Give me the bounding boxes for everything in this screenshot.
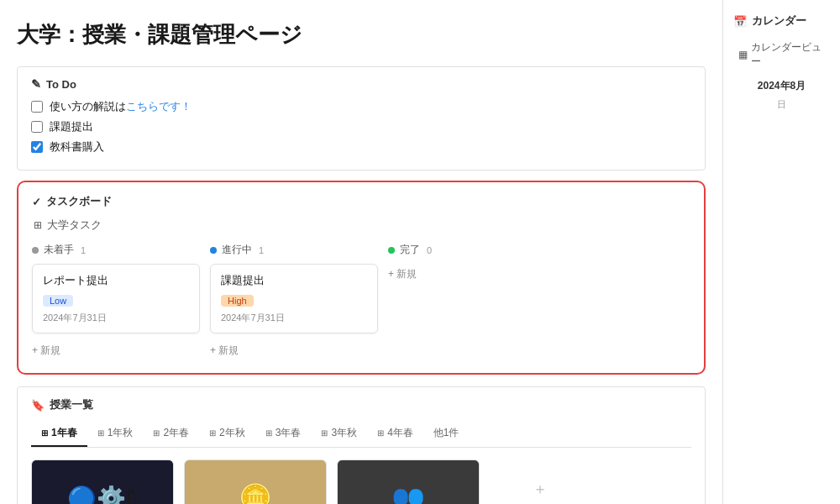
lesson-card-web3[interactable]: 🔵⚙️₿ ⚙️ Web3.0の歴史 [31, 459, 174, 504]
todo-header: ✎ To Do [31, 77, 691, 91]
todo-checkbox-3[interactable] [31, 141, 43, 153]
todo-section: ✎ To Do 使い方の解説はこちらです！ 課題提出 教科書購入 [17, 66, 706, 171]
col-label-done: 完了 [400, 243, 420, 257]
sidebar-calendar-header: 📅 カレンダー [733, 13, 830, 29]
tab-label-3: 2年春 [163, 426, 189, 440]
kanban-card-kadai[interactable]: 課題提出 High 2024年7月31日 [210, 264, 378, 333]
tab-label-2: 1年秋 [108, 426, 134, 440]
tab-4nen-spring[interactable]: ⊞ 4年春 [367, 421, 423, 447]
tab-label-5: 3年春 [276, 426, 302, 440]
col-count-done: 0 [427, 245, 432, 255]
col-count-notstarted: 1 [81, 245, 86, 255]
add-new-inprogress[interactable]: + 新規 [210, 340, 378, 361]
tab-other[interactable]: 他1件 [423, 421, 470, 447]
taskboard-label: タスクボード [46, 194, 112, 209]
todo-item-2: 課題提出 [31, 119, 691, 134]
col-header-inprogress: 進行中 1 [210, 243, 378, 257]
kanban-card-report[interactable]: レポート提出 Low 2024年7月31日 [32, 264, 200, 333]
sidebar-month: 2024年8月 [733, 79, 830, 93]
todo-text-3: 教科書購入 [50, 139, 104, 155]
card-date-report: 2024年7月31日 [43, 312, 189, 324]
sidebar-calendar-label: カレンダー [752, 13, 806, 29]
tab-grid-icon-5: ⊞ [265, 428, 272, 438]
taskboard-title: ⊞ 大学タスク [32, 218, 690, 233]
lesson-tabs: ⊞ 1年春 ⊞ 1年秋 ⊞ 2年春 ⊞ 2年秋 ⊞ 3年春 ⊞ 3年秋 [31, 421, 691, 448]
lesson-cards: 🔵⚙️₿ ⚙️ Web3.0の歴史 🪙 📊 経済の構造 [31, 459, 691, 504]
calendar-icon: 📅 [733, 15, 747, 28]
kanban-col-done: 完了 0 + 新規 [388, 243, 556, 285]
tab-label-7: 4年春 [387, 426, 413, 440]
kanban-columns: 未着手 1 レポート提出 Low 2024年7月31日 + 新規 進行中 1 [32, 243, 690, 361]
card-title-report: レポート提出 [43, 273, 189, 288]
bookmark-icon: 🔖 [31, 399, 45, 412]
lesson-label: 授業一覧 [50, 397, 93, 412]
board-name: 大学タスク [47, 218, 102, 233]
taskboard-header: ✓ タスクボード [32, 194, 690, 209]
sidebar-calendar-view-label: カレンダービュー [751, 40, 825, 69]
lesson-card-img-welfare: 👥 [338, 460, 479, 504]
lesson-card-welfare[interactable]: 👥 🏛️ 社会福祉政策 [337, 459, 480, 504]
card-badge-high: High [221, 295, 254, 307]
todo-item-1: 使い方の解説はこちらです！ [31, 99, 691, 114]
lesson-card-img-web3: 🔵⚙️₿ [32, 460, 173, 504]
sidebar: 📅 カレンダー ▦ カレンダービュー 2024年8月 日 [722, 0, 840, 504]
card-badge-low: Low [43, 295, 73, 307]
sidebar-calendar-view[interactable]: ▦ カレンダービュー [733, 37, 830, 72]
todo-checkbox-1[interactable] [31, 101, 43, 113]
col-header-done: 完了 0 [388, 243, 556, 257]
todo-item-3: 教科書購入 [31, 139, 691, 155]
tab-2nen-spring[interactable]: ⊞ 2年春 [143, 421, 199, 447]
kanban-col-inprogress: 進行中 1 課題提出 High 2024年7月31日 + 新規 [210, 243, 378, 361]
todo-text-1: 使い方の解説はこちらです！ [50, 99, 192, 114]
todo-label: To Do [46, 78, 76, 91]
todo-icon: ✎ [31, 77, 41, 91]
add-new-lesson[interactable]: ＋ + 新規 [490, 459, 591, 504]
tab-label-1: 1年春 [51, 426, 77, 440]
status-dot-green [388, 247, 395, 254]
tab-grid-icon-3: ⊞ [153, 428, 160, 438]
tab-1nen-spring[interactable]: ⊞ 1年春 [31, 421, 87, 447]
col-label-inprogress: 進行中 [222, 243, 252, 257]
tab-label-8: 他1件 [433, 426, 459, 440]
card-title-kadai: 課題提出 [221, 273, 367, 288]
lesson-card-img-economics: 🪙 [185, 460, 326, 504]
taskboard-section: ✓ タスクボード ⊞ 大学タスク 未着手 1 レポート提出 Low 2024年7… [17, 181, 706, 375]
taskboard-check-icon: ✓ [32, 196, 41, 208]
status-dot-gray [32, 247, 39, 254]
add-new-notstarted[interactable]: + 新規 [32, 340, 200, 361]
tab-label-6: 3年秋 [331, 426, 357, 440]
page-title: 大学：授業・課題管理ページ [17, 20, 706, 50]
tab-1nen-autumn[interactable]: ⊞ 1年秋 [87, 421, 144, 447]
tab-grid-icon-7: ⊞ [377, 428, 384, 438]
card-date-kadai: 2024年7月31日 [221, 312, 367, 324]
lesson-section: 🔖 授業一覧 ⊞ 1年春 ⊞ 1年秋 ⊞ 2年春 ⊞ 2年秋 ⊞ 3年春 [17, 386, 706, 504]
col-header-notstarted: 未着手 1 [32, 243, 200, 257]
todo-text-2: 課題提出 [50, 119, 93, 134]
tab-grid-icon-6: ⊞ [321, 428, 328, 438]
main-content: 大学：授業・課題管理ページ ✎ To Do 使い方の解説はこちらです！ 課題提出… [0, 0, 722, 504]
tab-label-4: 2年秋 [219, 426, 245, 440]
sidebar-day-label: 日 [733, 98, 830, 111]
tab-grid-icon-2: ⊞ [97, 428, 104, 438]
tab-2nen-autumn[interactable]: ⊞ 2年秋 [199, 421, 255, 447]
lesson-card-economics[interactable]: 🪙 📊 経済の構造 [184, 459, 327, 504]
tab-grid-icon-4: ⊞ [209, 428, 216, 438]
add-new-done[interactable]: + 新規 [388, 264, 556, 285]
grid-icon: ⊞ [34, 219, 42, 231]
tab-3nen-spring[interactable]: ⊞ 3年春 [255, 421, 312, 447]
todo-checkbox-2[interactable] [31, 121, 43, 133]
todo-link-1[interactable]: こちらです！ [126, 100, 192, 113]
tab-grid-icon-1: ⊞ [41, 428, 48, 438]
lesson-header: 🔖 授業一覧 [31, 397, 691, 412]
col-label-notstarted: 未着手 [44, 243, 74, 257]
add-new-plus-icon: ＋ [533, 479, 548, 499]
status-dot-blue [210, 247, 217, 254]
kanban-col-notstarted: 未着手 1 レポート提出 Low 2024年7月31日 + 新規 [32, 243, 200, 361]
calendar-view-icon: ▦ [738, 49, 748, 60]
col-count-inprogress: 1 [259, 245, 264, 255]
tab-3nen-autumn[interactable]: ⊞ 3年秋 [311, 421, 367, 447]
